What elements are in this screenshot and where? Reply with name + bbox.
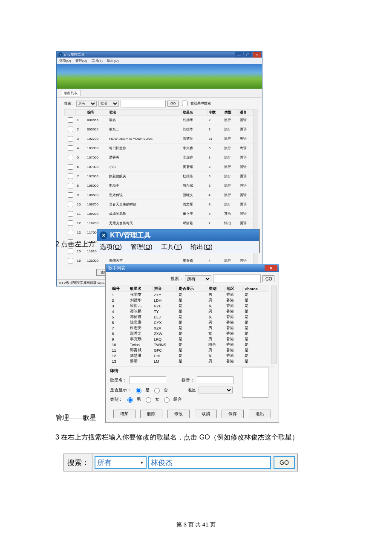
row-checkbox[interactable] [68, 183, 73, 188]
col-show[interactable]: 是否显示 [177, 286, 207, 292]
step2-posttext: 管理——歌星 [55, 413, 96, 422]
col-name[interactable]: 歌名 [108, 110, 181, 116]
menu-manage[interactable]: 管理(O) [75, 59, 87, 63]
show-yes-radio[interactable] [136, 388, 141, 393]
search-field-select[interactable]: 歌名 [98, 101, 119, 107]
photo-box[interactable] [242, 367, 268, 398]
row-checkbox[interactable] [68, 258, 73, 263]
col-type[interactable]: 类别 [207, 286, 225, 292]
col-lang[interactable]: 语言 [239, 110, 254, 116]
table-row[interactable]: 10TwinsTWINS是组合香港是 [110, 342, 269, 347]
table-row[interactable]: 4谭咏麟TY是男香港是 [110, 309, 269, 314]
add-button[interactable]: 增加 [113, 410, 135, 418]
table-row[interactable]: 2刘德华LDH是男香港是 [110, 298, 269, 303]
col-type[interactable]: 类型 [223, 110, 239, 116]
menu-tools[interactable]: 工具(T) [92, 59, 103, 63]
table-row[interactable]: 9108500恩浓传说范晓文4流行国语 [65, 191, 254, 200]
table-row[interactable]: 5107500爱香香吴远婷3流行国语 [65, 153, 254, 162]
col-no[interactable]: 编号 [110, 286, 128, 292]
close-button[interactable]: × [253, 52, 261, 58]
singer-list-dialog: 歌手列表 × 搜索： 所有 GO 编号 歌星名 拼音 是否显示 类别 地区 Ph… [105, 264, 279, 423]
search-label: 搜索： [64, 101, 75, 106]
banner-image [57, 64, 262, 89]
table-row[interactable]: 5邓丽君DLJ是女香港是 [110, 314, 269, 320]
col-photos[interactable]: Photos [243, 286, 269, 292]
row-checkbox[interactable] [68, 155, 73, 160]
tab-songlist[interactable]: 歌曲列表 [61, 90, 81, 96]
area-select[interactable] [199, 387, 233, 393]
row-checkbox[interactable] [68, 145, 73, 151]
app-icon: × [58, 52, 63, 57]
row-checkbox[interactable] [68, 220, 73, 226]
table-row[interactable]: 12陈慧琳CHL是女香港是 [110, 353, 269, 358]
search-label: 搜索： [170, 276, 183, 282]
table-row[interactable]: 6陈奕迅CYX是男香港是 [110, 320, 269, 325]
row-checkbox[interactable] [68, 173, 73, 179]
table-row[interactable]: 1000555歌名刘德华2流行国语 [65, 116, 254, 125]
menu-options[interactable]: 选项(O) [59, 59, 71, 63]
in-result-checkbox[interactable] [182, 101, 187, 106]
female-radio[interactable] [146, 397, 151, 403]
row-checkbox[interactable] [68, 211, 73, 217]
menu-output[interactable]: 输出(O) [107, 59, 119, 63]
col-singer[interactable]: 歌星名 [182, 110, 208, 116]
cancel-button[interactable]: 取消 [195, 410, 217, 418]
show-no-radio[interactable] [154, 388, 160, 393]
scrollbar[interactable] [271, 286, 277, 364]
name-input[interactable] [130, 376, 166, 384]
delete-button[interactable]: 删除 [140, 410, 162, 418]
modify-button[interactable]: 修改 [167, 410, 190, 418]
table-row[interactable]: 13黎明LM是男香港是 [110, 358, 269, 364]
row-checkbox[interactable] [68, 136, 73, 142]
table-row[interactable]: 9李克勤LKQ是男香港是 [110, 336, 269, 342]
table-row[interactable]: 1张学友ZXY是男香港是 [110, 292, 269, 298]
menu-options[interactable]: 选项(O) [100, 243, 122, 250]
menu-manage[interactable]: 管理(O) [130, 243, 153, 250]
maximize-button[interactable]: ▢ [244, 52, 252, 58]
col-area[interactable]: 地区 [225, 286, 242, 292]
table-row[interactable]: 8108000电动主骆合斌3流行国语 [65, 181, 254, 191]
search-scope-select[interactable]: 所有 [185, 275, 211, 282]
py-input[interactable] [197, 376, 233, 384]
dialog-title: 歌手列表 [108, 265, 125, 271]
table-row[interactable]: 4103300每日怀念你李火赛5流行粤语 [65, 144, 254, 153]
row-checkbox[interactable] [68, 117, 73, 123]
menu-tools[interactable]: 工具(T) [161, 243, 182, 250]
step3-text: 3 在右上方搜索栏输入你要修改的歌星名，点击 GO（例如修改林俊杰这个歌星） [55, 433, 299, 442]
row-checkbox[interactable] [68, 127, 73, 132]
go-button[interactable]: GO [167, 101, 179, 107]
table-row[interactable]: 2000666歌名二刘德华3流行国语 [65, 125, 254, 134]
search-row: 搜索： 所有 歌名 GO 在结果中搜索 [57, 98, 262, 109]
row-checkbox[interactable] [68, 192, 73, 198]
go-button[interactable]: GO [262, 275, 274, 282]
row-checkbox[interactable] [68, 164, 73, 170]
col-py[interactable]: 拼音 [152, 286, 177, 292]
exit-button[interactable]: 退出 [249, 410, 271, 418]
close-button[interactable]: × [265, 265, 277, 271]
save-button[interactable]: 保存 [222, 410, 244, 418]
col-no[interactable]: 编号 [86, 110, 108, 116]
search-scope-select[interactable]: 所有 ▼ [95, 456, 147, 469]
table-row[interactable]: 3容祖儿RZE是女香港是 [110, 303, 269, 309]
menu-output[interactable]: 输出(O) [190, 243, 213, 250]
table-row[interactable]: 6107800小白黄智裕2流行国语 [65, 162, 254, 172]
table-row[interactable]: 11109200成成的武氏董立华5其他国语 [65, 209, 254, 219]
search-scope-select[interactable]: 所有 [76, 101, 97, 107]
table-row[interactable]: 12116700无需克当些每天邓丽君7怀旧国语 [65, 219, 254, 228]
table-row[interactable]: 8郑秀文ZXW是女香港是 [110, 331, 269, 336]
search-input[interactable]: 林俊杰 [148, 456, 271, 469]
table-row[interactable]: 10108700当春天走来的时候阎文军8流行国语 [65, 200, 254, 209]
group-radio[interactable] [164, 397, 170, 403]
table-row[interactable]: 7107900执着的眼实杜德伟5流行国语 [65, 172, 254, 181]
minimize-button[interactable]: — [235, 52, 243, 58]
go-button[interactable]: GO [274, 456, 295, 469]
search-input[interactable] [121, 100, 166, 107]
male-radio[interactable] [127, 397, 133, 403]
row-checkbox[interactable] [68, 202, 73, 207]
col-name[interactable]: 歌星名 [128, 286, 152, 292]
table-row[interactable]: 7许志安XZA是男香港是 [110, 325, 269, 331]
search-input[interactable] [213, 275, 261, 283]
table-row[interactable]: 11郭富城GFC是男香港是 [110, 347, 269, 353]
col-wc[interactable]: 字数 [207, 110, 223, 116]
table-row[interactable]: 3102700HOW DEEP IS YOUR LOVE陈慧琳21流行粤语 [65, 134, 254, 144]
